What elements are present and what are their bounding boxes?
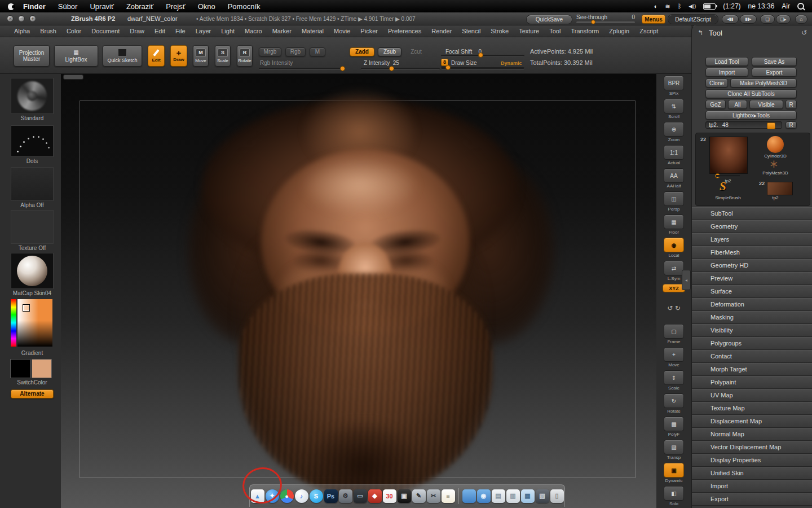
palette-menu-item[interactable]: Zplugin xyxy=(604,28,634,34)
projection-master-button[interactable]: Projection Master xyxy=(14,45,50,67)
color-marker[interactable] xyxy=(23,305,29,311)
palette-menu-item[interactable]: Marker xyxy=(267,28,297,34)
tool-section[interactable]: Import xyxy=(692,480,812,493)
secondary-color-swatch[interactable] xyxy=(32,359,52,378)
palette-menu-item[interactable]: Transform xyxy=(566,28,604,34)
window-minimize-button[interactable]: − xyxy=(18,15,25,22)
defaultzscript-button[interactable]: DefaultZScript xyxy=(668,14,718,24)
panel-restore-icon[interactable]: ↺ xyxy=(801,29,807,37)
document-canvas[interactable] xyxy=(61,73,656,508)
palette-menu-item[interactable]: Picker xyxy=(355,28,383,34)
thumb-slider-track[interactable] xyxy=(716,175,740,177)
edit-button[interactable]: Edit xyxy=(148,45,165,67)
focal-shift-handle[interactable] xyxy=(478,52,483,58)
panel-divider-handle[interactable]: ◂ xyxy=(682,270,691,290)
zadd-button[interactable]: Zadd xyxy=(350,47,374,56)
palette-menu-item[interactable]: Zscript xyxy=(634,28,663,34)
draw-button[interactable]: + Draw xyxy=(170,45,187,67)
dock-window-doc[interactable]: ▥ xyxy=(506,489,520,503)
alternate-button[interactable]: Alternate xyxy=(11,389,54,398)
draw-size-handle[interactable] xyxy=(445,65,451,70)
window-close-button[interactable]: × xyxy=(7,15,14,22)
load-tool-button[interactable]: Load Tool xyxy=(705,57,748,66)
panel-collapse-icon[interactable]: ↰ xyxy=(698,29,703,37)
right-shelf-button[interactable]: ⇄ L.Sym xyxy=(664,261,684,281)
palette-menu-item[interactable]: Edit xyxy=(149,28,170,34)
tool-section[interactable]: Geometry xyxy=(692,220,812,233)
palette-menu-item[interactable]: Movie xyxy=(329,28,355,34)
wifi-icon[interactable]: ≋ xyxy=(665,3,670,10)
new-document-icon[interactable]: ❏ xyxy=(760,15,775,24)
tool-section[interactable]: Vector Displacement Map xyxy=(692,441,812,454)
tool-item-slider[interactable]: tp2. 48 xyxy=(705,121,782,129)
palette-menu-item[interactable]: File xyxy=(170,28,191,34)
right-shelf-button[interactable]: ◧ Solo xyxy=(664,486,684,506)
tool-section[interactable]: Layers xyxy=(692,233,812,246)
tool-section[interactable]: Export xyxy=(692,493,812,506)
rgb-button[interactable]: Rgb xyxy=(285,47,306,56)
goz-visible-button[interactable]: Visible xyxy=(749,100,783,109)
palette-menu-item[interactable]: Brush xyxy=(35,28,61,34)
right-shelf-button[interactable]: + Move xyxy=(664,347,684,367)
palette-menu-item[interactable]: Macro xyxy=(240,28,267,34)
lightbox-tools-button[interactable]: Lightbox▸Tools xyxy=(705,111,797,120)
right-shelf-button[interactable]: ▩ PolyF xyxy=(664,417,684,437)
dynamic-label[interactable]: Dynamic xyxy=(501,60,522,66)
export-button[interactable]: Export xyxy=(752,68,797,77)
menubar-item[interactable]: Súbor xyxy=(58,2,78,11)
goz-all-button[interactable]: All xyxy=(728,100,747,109)
palette-menu-item[interactable]: Material xyxy=(297,28,329,34)
small-tool-thumbnail[interactable] xyxy=(767,182,793,195)
tool-slider-r-button[interactable]: R xyxy=(785,121,797,129)
zcut-button[interactable]: Zcut xyxy=(406,47,426,56)
dock-skype[interactable]: S xyxy=(310,489,323,503)
tool-section[interactable]: Polypaint xyxy=(692,376,812,389)
hue-bar[interactable] xyxy=(11,299,16,347)
right-shelf-button[interactable]: ◫ Persp xyxy=(664,191,684,212)
palette-menu-item[interactable]: Stencil xyxy=(457,28,486,34)
dock-red-app[interactable]: ◆ xyxy=(368,489,382,503)
dock-window-blue[interactable]: ▦ xyxy=(521,489,535,503)
right-shelf-button[interactable]: ↻ Rotate xyxy=(664,393,684,414)
lightbox-button[interactable]: ▦ LightBox xyxy=(54,45,98,67)
dock-folder-camera[interactable]: ◉ xyxy=(477,489,491,503)
right-shelf-button[interactable]: 1:1 Actual xyxy=(664,145,684,165)
right-shelf-button[interactable]: ↺ ↻ xyxy=(664,301,684,321)
color-picker[interactable] xyxy=(11,299,54,348)
dock-notes[interactable]: ≡ xyxy=(442,489,455,503)
alpha-picker[interactable] xyxy=(11,167,54,201)
dock-calendar[interactable]: 30 xyxy=(383,489,396,503)
tool-section[interactable]: Morph Target xyxy=(692,363,812,376)
tool-section[interactable]: FiberMesh xyxy=(692,246,812,259)
tool-section[interactable]: Unified Skin xyxy=(692,467,812,480)
material-picker[interactable] xyxy=(11,253,54,289)
seethrough-slider[interactable]: See-through0 xyxy=(576,14,635,23)
clone-all-subtools-button[interactable]: Clone All SubTools xyxy=(705,89,797,98)
import-button[interactable]: Import xyxy=(705,68,748,77)
scale-button[interactable]: S Scale xyxy=(215,45,231,67)
right-shelf-button[interactable]: ◉ Local xyxy=(664,238,684,258)
menubar-app-name[interactable]: Finder xyxy=(23,2,46,11)
clone-button[interactable]: Clone xyxy=(705,78,728,87)
menus-toggle-button[interactable]: Menus xyxy=(642,15,665,24)
palette-menu-item[interactable]: Draw xyxy=(125,28,149,34)
simplebrush-thumbnail[interactable]: S xyxy=(720,181,726,192)
tool-section[interactable]: SubTool xyxy=(692,207,812,220)
mrgb-button[interactable]: Mrgb xyxy=(259,47,281,56)
tool-section[interactable]: Polygroups xyxy=(692,337,812,350)
draw-size-slider[interactable] xyxy=(441,67,524,69)
z-intensity-handle[interactable] xyxy=(389,66,394,71)
cylinder3d-thumbnail[interactable] xyxy=(767,136,784,153)
battery-icon[interactable] xyxy=(703,3,716,10)
right-shelf-button[interactable]: AA AAHalf xyxy=(664,168,684,189)
dock-black-app[interactable]: ▣ xyxy=(398,489,411,503)
dock-window-dark[interactable]: ▧ xyxy=(536,489,549,503)
tool-section[interactable]: Display Properties xyxy=(692,454,812,467)
palette-menu-item[interactable]: Alpha xyxy=(9,28,35,34)
dock-utility[interactable]: ⚙ xyxy=(339,489,352,503)
tool-section[interactable]: Normal Map xyxy=(692,428,812,441)
menubar-item[interactable]: Zobraziť xyxy=(126,2,153,11)
brush-picker[interactable] xyxy=(11,78,54,114)
next-page-button[interactable]: ▮▮▸ xyxy=(740,15,757,24)
bluetooth-icon[interactable]: ᛒ xyxy=(678,3,682,10)
